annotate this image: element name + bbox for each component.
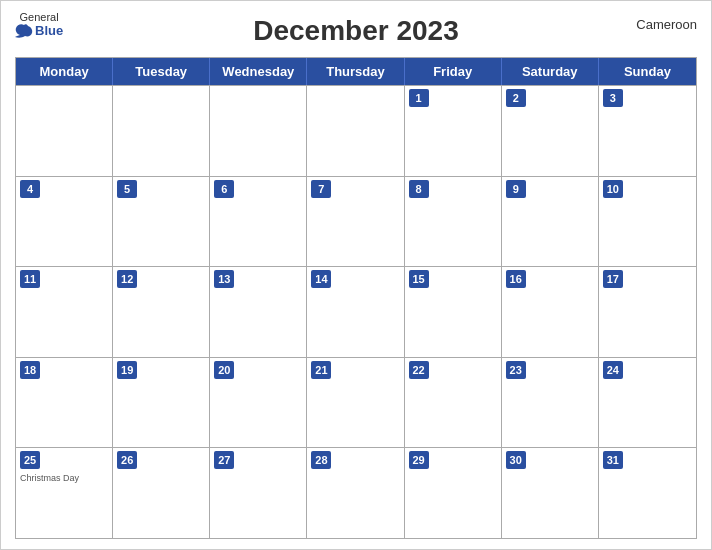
day-number: 12	[117, 270, 137, 288]
day-cell-2-5: 8	[405, 177, 502, 267]
day-cell-4-3: 20	[210, 358, 307, 448]
day-cell-2-7: 10	[599, 177, 696, 267]
day-headers-row: Monday Tuesday Wednesday Thursday Friday…	[16, 58, 696, 85]
holiday-label: Christmas Day	[20, 473, 108, 483]
week-row-3: 11121314151617	[16, 266, 696, 357]
weeks-container: 1234567891011121314151617181920212223242…	[16, 85, 696, 538]
day-number: 26	[117, 451, 137, 469]
day-cell-3-1: 11	[16, 267, 113, 357]
logo-bird-icon	[15, 23, 33, 39]
day-cell-4-6: 23	[502, 358, 599, 448]
day-cell-4-4: 21	[307, 358, 404, 448]
day-number: 15	[409, 270, 429, 288]
day-number: 17	[603, 270, 623, 288]
calendar-country: Cameroon	[636, 17, 697, 32]
logo: General Blue	[15, 11, 63, 39]
day-cell-5-6: 30	[502, 448, 599, 538]
day-cell-2-1: 4	[16, 177, 113, 267]
day-number: 28	[311, 451, 331, 469]
day-header-friday: Friday	[405, 58, 502, 85]
day-header-monday: Monday	[16, 58, 113, 85]
week-row-4: 18192021222324	[16, 357, 696, 448]
day-number: 27	[214, 451, 234, 469]
day-cell-5-3: 27	[210, 448, 307, 538]
day-cell-3-3: 13	[210, 267, 307, 357]
day-cell-5-5: 29	[405, 448, 502, 538]
calendar-grid: Monday Tuesday Wednesday Thursday Friday…	[15, 57, 697, 539]
day-number: 14	[311, 270, 331, 288]
day-number: 21	[311, 361, 331, 379]
day-header-saturday: Saturday	[502, 58, 599, 85]
day-cell-3-7: 17	[599, 267, 696, 357]
day-cell-1-6: 2	[502, 86, 599, 176]
day-cell-1-4	[307, 86, 404, 176]
day-number: 13	[214, 270, 234, 288]
day-cell-2-6: 9	[502, 177, 599, 267]
day-cell-4-1: 18	[16, 358, 113, 448]
day-cell-4-5: 22	[405, 358, 502, 448]
day-cell-3-4: 14	[307, 267, 404, 357]
day-number: 24	[603, 361, 623, 379]
day-number: 23	[506, 361, 526, 379]
day-header-sunday: Sunday	[599, 58, 696, 85]
day-cell-2-4: 7	[307, 177, 404, 267]
logo-blue-text: Blue	[15, 23, 63, 39]
day-header-thursday: Thursday	[307, 58, 404, 85]
day-cell-5-2: 26	[113, 448, 210, 538]
day-cell-5-4: 28	[307, 448, 404, 538]
day-number: 30	[506, 451, 526, 469]
day-number: 29	[409, 451, 429, 469]
day-number: 4	[20, 180, 40, 198]
day-number: 22	[409, 361, 429, 379]
day-cell-1-2	[113, 86, 210, 176]
day-cell-5-1: 25Christmas Day	[16, 448, 113, 538]
day-number: 11	[20, 270, 40, 288]
logo-general-text: General	[20, 11, 59, 23]
day-number: 2	[506, 89, 526, 107]
day-cell-3-5: 15	[405, 267, 502, 357]
day-number: 10	[603, 180, 623, 198]
day-cell-4-7: 24	[599, 358, 696, 448]
week-row-1: 123	[16, 85, 696, 176]
day-number: 5	[117, 180, 137, 198]
day-cell-1-7: 3	[599, 86, 696, 176]
day-cell-5-7: 31	[599, 448, 696, 538]
day-number: 18	[20, 361, 40, 379]
calendar-wrapper: General Blue December 2023 Cameroon Mond…	[0, 0, 712, 550]
day-header-tuesday: Tuesday	[113, 58, 210, 85]
day-number: 9	[506, 180, 526, 198]
calendar-title: December 2023	[253, 15, 458, 47]
day-number: 25	[20, 451, 40, 469]
calendar-header: General Blue December 2023 Cameroon	[15, 11, 697, 51]
day-cell-1-1	[16, 86, 113, 176]
day-cell-3-2: 12	[113, 267, 210, 357]
week-row-5: 25Christmas Day262728293031	[16, 447, 696, 538]
day-cell-2-3: 6	[210, 177, 307, 267]
day-cell-3-6: 16	[502, 267, 599, 357]
week-row-2: 45678910	[16, 176, 696, 267]
day-cell-4-2: 19	[113, 358, 210, 448]
day-number: 8	[409, 180, 429, 198]
day-number: 20	[214, 361, 234, 379]
day-cell-2-2: 5	[113, 177, 210, 267]
day-number: 16	[506, 270, 526, 288]
day-number: 7	[311, 180, 331, 198]
day-number: 1	[409, 89, 429, 107]
day-number: 19	[117, 361, 137, 379]
day-number: 6	[214, 180, 234, 198]
day-number: 3	[603, 89, 623, 107]
day-header-wednesday: Wednesday	[210, 58, 307, 85]
day-cell-1-5: 1	[405, 86, 502, 176]
day-cell-1-3	[210, 86, 307, 176]
day-number: 31	[603, 451, 623, 469]
